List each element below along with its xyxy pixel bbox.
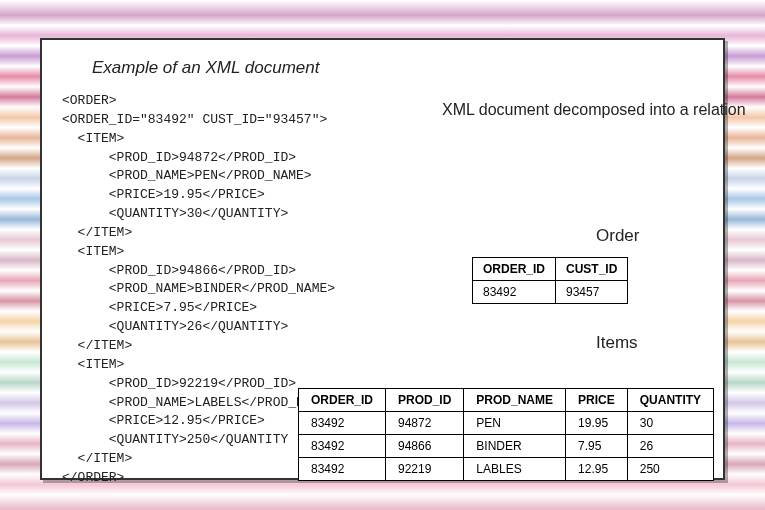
table-header: ORDER_ID	[473, 258, 556, 281]
table-header: QUANTITY	[627, 389, 713, 412]
table-cell: 83492	[299, 458, 386, 481]
table-cell: PEN	[464, 412, 566, 435]
table-header: PROD_ID	[386, 389, 464, 412]
table-header: PRICE	[566, 389, 628, 412]
table-row: 8349292219LABLES12.95250	[299, 458, 714, 481]
table-cell: LABLES	[464, 458, 566, 481]
annotation-text: XML document decomposed into a relation	[442, 100, 746, 121]
table-cell: 92219	[386, 458, 464, 481]
table-cell: 30	[627, 412, 713, 435]
table-cell: 94872	[386, 412, 464, 435]
order-table-label: Order	[596, 226, 639, 246]
items-table-label: Items	[596, 333, 638, 353]
items-table: ORDER_IDPROD_IDPROD_NAMEPRICEQUANTITY 83…	[298, 388, 714, 481]
table-row: 8349294866BINDER7.9526	[299, 435, 714, 458]
table-cell: 26	[627, 435, 713, 458]
table-cell: 94866	[386, 435, 464, 458]
table-cell: 83492	[299, 412, 386, 435]
table-row: 8349294872PEN19.9530	[299, 412, 714, 435]
order-table: ORDER_IDCUST_ID 8349293457	[472, 257, 628, 304]
table-header: CUST_ID	[556, 258, 628, 281]
slide-title: Example of an XML document	[92, 58, 703, 78]
table-cell: 12.95	[566, 458, 628, 481]
table-cell: 93457	[556, 281, 628, 304]
table-cell: 250	[627, 458, 713, 481]
table-cell: 83492	[299, 435, 386, 458]
table-row: 8349293457	[473, 281, 628, 304]
table-cell: 19.95	[566, 412, 628, 435]
table-header: ORDER_ID	[299, 389, 386, 412]
table-cell: 7.95	[566, 435, 628, 458]
table-cell: BINDER	[464, 435, 566, 458]
table-cell: 83492	[473, 281, 556, 304]
table-header: PROD_NAME	[464, 389, 566, 412]
